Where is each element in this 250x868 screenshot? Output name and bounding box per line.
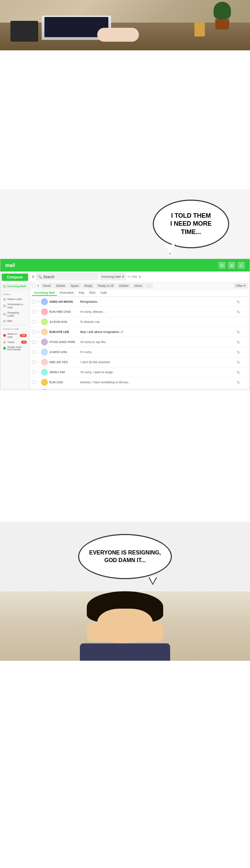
tab-cafe[interactable]: Cafe [98,290,109,296]
tab-promotion[interactable]: Promotion [58,290,76,296]
attachment-icon: 📎 [236,351,240,354]
email-sidebar: Compose Incoming Mail Notes Notes Letter… [0,272,30,390]
spam-button[interactable]: Spam [68,283,81,288]
avatar [41,359,48,366]
delete-button[interactable]: Delete [54,283,67,288]
sidebar-incoming-label: Incoming Mail [7,285,26,288]
sidebar-item-hungry-mails[interactable]: Hungry mails from outside [2,345,28,352]
email-toolbar: ≡ 🔍 Search Incoming Mail ▼ 0 / 696 ↻ [30,272,250,282]
email-row[interactable]: ☆ EUN-HYE LEE May I ask about resignatio… [30,327,250,337]
star-icon[interactable]: ☆ [37,360,40,364]
attachment-icon: 📎 [236,341,240,344]
row-checkbox[interactable] [32,340,35,344]
row-checkbox[interactable] [32,381,35,384]
email-search-box[interactable]: 🔍 Search [36,273,98,281]
email-list: ☆ JUNG-AH MOON Resignation. 📎 ☆ EUN-HEE … [30,297,250,390]
deliver-button[interactable]: Deliver [117,283,131,288]
bills-label: Bills [7,319,12,323]
hamburger-icon[interactable]: ≡ [32,274,34,279]
email-sender: HEE-JIN YEO [49,360,79,364]
avatar [41,308,48,315]
envelope-header-icon[interactable]: ✉ [218,262,225,269]
star-icon[interactable]: ☆ [37,340,40,344]
row-checkbox[interactable] [32,370,35,374]
email-row[interactable]: ☆ EUN-HEE CHOI I'm sorry, director... 📎 [30,307,250,317]
email-row[interactable]: ☆ JENNY KIM I'm sorry, I want to resign.… [30,367,250,377]
more-button[interactable]: ··· [145,283,152,288]
email-row[interactable]: ☆ JUNG-AH MOON Resignation. 📎 [30,297,250,307]
character-right-hand [128,623,163,642]
email-subject: May I ask about resignation...? [80,330,235,334]
avatar [41,389,48,390]
star-icon[interactable]: ☆ [37,330,40,334]
filter-button[interactable]: Filter ▾ [234,283,248,288]
character-face [97,609,153,643]
trash-count-badge: 24 [21,341,27,344]
person-scene-panel [0,591,250,661]
email-sender: EUN-HYE LEE [49,330,79,334]
email-row[interactable]: ☆ HYUN-JUNG PARK I'm sorry to say this. … [30,337,250,347]
email-subject: I'm sorry. [80,350,235,354]
row-checkbox[interactable] [32,310,35,314]
star-icon[interactable]: ☆ [37,310,40,314]
star-icon[interactable]: ☆ [37,370,40,374]
reply-button[interactable]: Reply [82,283,94,288]
email-action-bar: ▼ Read Delete Spam Reply Reply to All De… [30,282,250,290]
tab-pay[interactable]: Pay [77,290,86,296]
move-button[interactable]: Move [132,283,144,288]
plant-pot-body [215,19,229,30]
speech-bubble-2-text: EVERYONE IS RESIGNING, GOD DAMN IT... [89,549,161,565]
sidebar-item-scheduled[interactable]: Scheduled e-mail [2,302,28,310]
speech-bubble-2: EVERYONE IS RESIGNING, GOD DAMN IT... [78,534,172,579]
email-row[interactable]: ☆ EUN-SOO Director, I have something to … [30,377,250,387]
refresh-icon[interactable]: ↻ [139,275,141,279]
incoming-mail-dropdown[interactable]: Incoming Mail ▼ [100,273,126,281]
sidebar-item-trash[interactable]: Trash 24 [2,340,28,345]
email-sender: JUNG-AH MOON [49,300,79,303]
plant-decoration [212,2,233,30]
email-subject: Resignation. [80,300,235,303]
attachment-icon: 📎 [236,371,240,374]
email-subject: I'm sorry, I want to resign. [80,370,235,374]
email-row[interactable]: ☆ HEE-JIN YEO I can't do this anymore. 📎 [30,357,250,367]
inbox-count-display: 0 / 696 [127,275,137,278]
sidebar-item-spam[interactable]: Spam e-mail 394 [2,331,28,340]
check-dropdown-icon[interactable]: ▼ [37,284,40,287]
attachment-icon: 📎 [236,300,240,303]
search-input[interactable]: Search [43,275,55,279]
tab-incoming-mail[interactable]: Incoming Mail [32,290,57,296]
row-checkbox[interactable] [32,300,35,303]
select-all-checkbox[interactable] [32,284,35,287]
sidebar-item-bills[interactable]: Bills [2,318,28,324]
compose-button[interactable]: Compose [2,274,28,281]
avatar [41,328,48,335]
row-checkbox[interactable] [32,350,35,354]
avatar [41,318,48,325]
nav-dot-icon-2 [3,298,6,301]
trash-label: Trash [7,341,14,344]
desk-scene-panel [0,0,250,50]
speech-panel-2: EVERYONE IS RESIGNING, GOD DAMN IT... [0,522,250,591]
email-row[interactable]: ☆ JU-EUN HAN To director Lee [30,317,250,327]
star-icon[interactable]: ☆ [37,320,40,324]
sidebar-item-incoming-mail[interactable]: Incoming Mail [2,284,28,289]
reply-all-button[interactable]: Reply to All [96,283,116,288]
read-button[interactable]: Read [41,283,53,288]
row-checkbox[interactable] [32,320,35,324]
character-shirt [80,643,170,661]
row-checkbox[interactable] [32,330,35,334]
email-row[interactable]: ☆ JANG YE-RIM PAK I want to know about r… [30,387,250,390]
star-icon[interactable]: ☆ [37,350,40,354]
star-icon[interactable]: ☆ [37,381,40,384]
tab-sns[interactable]: SNS [87,290,98,296]
sidebar-item-notes-letter[interactable]: Notes Letter [2,297,28,302]
sidebar-item-shopping[interactable]: Shopping Letter [2,310,28,318]
email-row[interactable]: ☆ JI-WOO AHN I'm sorry. 📎 [30,347,250,357]
row-checkbox[interactable] [32,360,35,364]
nav-dot-icon-6 [3,334,6,337]
star-icon[interactable]: ☆ [37,300,40,303]
speech-bubble-1-text: I TOLD THEM I NEED MORE TIME... [170,212,211,236]
grid-header-icon[interactable]: ⊞ [228,262,235,269]
nav-dot-icon [3,285,6,288]
menu-header-icon[interactable]: ≡ [238,262,245,269]
